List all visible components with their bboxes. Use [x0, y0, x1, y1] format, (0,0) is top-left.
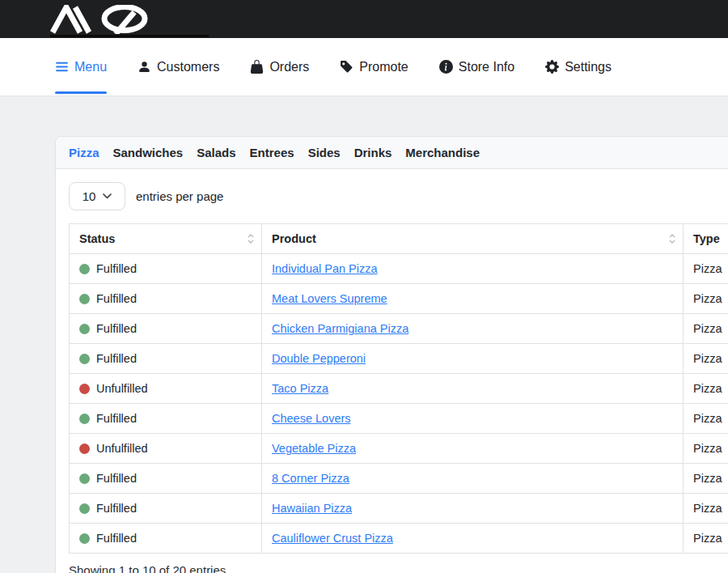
status-cell: Fulfilled	[70, 524, 262, 554]
info-circle-icon	[439, 60, 453, 74]
status-cell: Fulfilled	[70, 284, 262, 314]
nav-item-promote[interactable]: Promote	[340, 38, 408, 96]
app-logo	[50, 5, 196, 37]
tab-pizza[interactable]: Pizza	[69, 146, 99, 159]
product-link[interactable]: Double Pepperoni	[272, 352, 366, 365]
nav-item-orders[interactable]: Orders	[250, 38, 309, 96]
hamburger-icon	[55, 60, 69, 74]
main-nav: Menu Customers Orders Promote Store Info…	[0, 38, 728, 96]
type-cell: Pizza	[684, 404, 728, 434]
product-cell: Cheese Lovers	[262, 404, 684, 434]
status-cell: Unfulfilled	[70, 434, 262, 464]
table-header-row: Status Product Type	[70, 224, 728, 254]
status-cell: Fulfilled	[70, 494, 262, 524]
tab-drinks[interactable]: Drinks	[354, 146, 392, 159]
nav-label: Store Info	[459, 60, 514, 74]
status-label: Fulfilled	[96, 532, 137, 545]
product-cell: Hawaiian Pizza	[262, 494, 684, 524]
person-icon	[138, 60, 151, 74]
tab-salads[interactable]: Salads	[197, 146, 235, 159]
product-link[interactable]: Vegetable Pizza	[272, 442, 356, 455]
nav-item-customers[interactable]: Customers	[138, 38, 219, 96]
nav-item-store-info[interactable]: Store Info	[439, 38, 514, 96]
product-link[interactable]: 8 Corner Pizza	[272, 472, 349, 485]
tab-sides[interactable]: Sides	[308, 146, 341, 159]
nav-label: Customers	[157, 60, 219, 74]
column-header-product[interactable]: Product	[262, 224, 684, 254]
entries-row: 10 entries per page	[69, 182, 728, 210]
status-cell: Fulfilled	[70, 254, 262, 284]
nav-label: Settings	[565, 60, 612, 74]
app-header	[0, 0, 728, 38]
entries-per-page-label: entries per page	[136, 189, 223, 203]
product-link[interactable]: Taco Pizza	[272, 382, 328, 395]
type-cell: Pizza	[684, 494, 728, 524]
type-cell: Pizza	[684, 524, 728, 554]
bag-icon	[250, 60, 264, 74]
table-row: Fulfilled Double Pepperoni Pizza	[70, 344, 728, 374]
status-dot	[79, 473, 90, 484]
product-link[interactable]: Cauliflower Crust Pizza	[272, 532, 393, 545]
table-row: Fulfilled Individual Pan Pizza Pizza	[70, 254, 728, 284]
tab-entrees[interactable]: Entrees	[250, 146, 294, 159]
status-dot	[79, 503, 90, 514]
status-label: Unfulfilled	[96, 442, 148, 455]
product-link[interactable]: Individual Pan Pizza	[272, 262, 378, 275]
status-label: Fulfilled	[96, 412, 137, 425]
status-label: Fulfilled	[96, 292, 137, 305]
status-label: Fulfilled	[96, 322, 137, 335]
status-cell: Fulfilled	[70, 344, 262, 374]
type-cell: Pizza	[684, 464, 728, 494]
gear-icon	[545, 60, 559, 74]
status-dot	[79, 354, 90, 364]
product-cell: Double Pepperoni	[262, 344, 684, 374]
nav-label: Orders	[269, 60, 309, 74]
status-cell: Fulfilled	[70, 464, 262, 494]
status-dot	[79, 444, 90, 454]
product-cell: 8 Corner Pizza	[262, 464, 684, 494]
status-label: Fulfilled	[96, 502, 137, 515]
product-link[interactable]: Chicken Parmigiana Pizza	[272, 322, 408, 335]
product-cell: Meat Lovers Supreme	[262, 284, 684, 314]
type-cell: Pizza	[684, 314, 728, 344]
menu-card: Pizza Sandwiches Salads Entrees Sides Dr…	[55, 136, 728, 573]
sort-icon[interactable]	[669, 233, 675, 244]
product-link[interactable]: Meat Lovers Supreme	[272, 292, 387, 305]
status-cell: Unfulfilled	[70, 374, 262, 404]
product-cell: Chicken Parmigiana Pizza	[262, 314, 684, 344]
status-label: Fulfilled	[96, 472, 137, 485]
status-label: Fulfilled	[96, 352, 137, 365]
product-cell: Individual Pan Pizza	[262, 254, 684, 284]
type-cell: Pizza	[684, 434, 728, 464]
page-content: Pizza Sandwiches Salads Entrees Sides Dr…	[0, 96, 728, 573]
entries-per-page-select[interactable]: 10	[69, 182, 125, 210]
card-body: 10 entries per page Status	[56, 169, 728, 573]
chevron-down-icon	[103, 193, 112, 199]
category-tabs: Pizza Sandwiches Salads Entrees Sides Dr…	[56, 137, 728, 169]
status-label: Fulfilled	[96, 262, 137, 275]
type-cell: Pizza	[684, 284, 728, 314]
table-row: Fulfilled Cauliflower Crust Pizza Pizza	[70, 524, 728, 554]
type-cell: Pizza	[684, 374, 728, 404]
tab-merchandise[interactable]: Merchandise	[405, 146, 480, 159]
table-row: Fulfilled Hawaiian Pizza Pizza	[70, 494, 728, 524]
product-cell: Taco Pizza	[262, 374, 684, 404]
sort-icon[interactable]	[248, 233, 254, 244]
status-dot	[79, 264, 90, 274]
status-dot	[79, 294, 90, 304]
product-link[interactable]: Cheese Lovers	[272, 412, 351, 425]
entries-summary: Showing 1 to 10 of 20 entries	[69, 563, 728, 573]
nav-item-menu[interactable]: Menu	[55, 38, 107, 96]
nav-item-settings[interactable]: Settings	[545, 38, 612, 96]
tag-icon	[340, 60, 353, 74]
products-table: Status Product Type	[69, 223, 728, 554]
tab-sandwiches[interactable]: Sandwiches	[113, 146, 184, 159]
table-row: Unfulfilled Vegetable Pizza Pizza	[70, 434, 728, 464]
status-dot	[79, 533, 90, 544]
status-dot	[79, 384, 90, 394]
table-row: Fulfilled Meat Lovers Supreme Pizza	[70, 284, 728, 314]
column-header-status[interactable]: Status	[70, 224, 262, 254]
product-link[interactable]: Hawaiian Pizza	[272, 502, 352, 515]
column-header-type[interactable]: Type	[684, 224, 728, 254]
status-dot	[79, 414, 90, 424]
